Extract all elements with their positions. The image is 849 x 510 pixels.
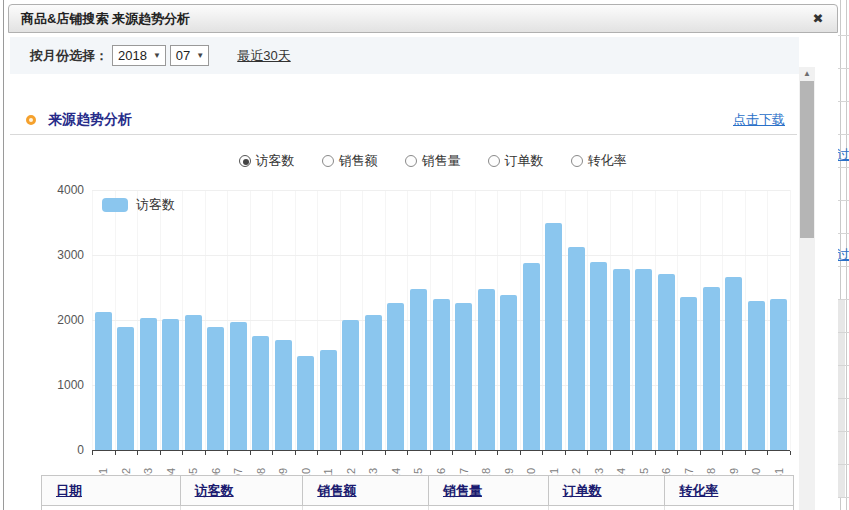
x-axis-tick (790, 451, 791, 455)
detail-table: 日期访客数销售额销售量订单数转化率 (41, 475, 794, 510)
metric-radio-label: 访客数 (256, 152, 295, 170)
vertical-scrollbar[interactable]: ▲ ▼ (799, 67, 815, 510)
x-axis-tick (452, 451, 453, 455)
download-link[interactable]: 点击下载 (733, 111, 785, 129)
trend-analysis-dialog: 商品&店铺搜索 来源趋势分析 ✖ 按月份选择： 2018 ▼ 07 ▼ 最近30… (8, 4, 838, 510)
metric-radio-1[interactable]: 访客数 (239, 152, 295, 170)
x-axis-tick (205, 451, 206, 455)
x-axis-tick (250, 451, 251, 455)
bullet-ring-icon (26, 115, 36, 125)
radio-icon[interactable] (488, 155, 500, 167)
x-axis-tick (115, 451, 116, 455)
y-axis-tick-label: 4000 (8, 183, 84, 197)
column-header-label: 销售量 (443, 482, 482, 500)
x-axis-tick (182, 451, 183, 455)
year-select-value: 2018 (118, 48, 147, 63)
x-axis-tick (92, 451, 93, 455)
x-axis-tick (295, 451, 296, 455)
chart-gridline (92, 190, 790, 191)
bar[interactable] (297, 356, 314, 450)
bar[interactable] (725, 277, 742, 450)
metric-radio-5[interactable]: 转化率 (571, 152, 627, 170)
dialog-titlebar[interactable]: 商品&店铺搜索 来源趋势分析 ✖ (8, 4, 838, 33)
radio-icon[interactable] (322, 155, 334, 167)
background-partial-link: 过 (837, 246, 849, 264)
bar[interactable] (770, 299, 787, 450)
bar[interactable] (387, 303, 404, 450)
bar[interactable] (95, 312, 112, 450)
x-axis-tick (542, 451, 543, 455)
scroll-up-icon[interactable]: ▲ (799, 67, 815, 81)
table-cell (429, 506, 549, 510)
column-header-5[interactable]: 订单数 (549, 476, 666, 505)
column-header-label: 销售额 (317, 482, 356, 500)
bar[interactable] (523, 263, 540, 450)
chart-gridline (790, 190, 791, 450)
bar[interactable] (748, 301, 765, 450)
bar[interactable] (275, 340, 292, 451)
bar[interactable] (613, 269, 630, 450)
x-axis-line (92, 450, 790, 451)
bar[interactable] (568, 247, 585, 450)
bar[interactable] (185, 315, 202, 450)
recent-30-days-link[interactable]: 最近30天 (237, 47, 290, 65)
bar[interactable] (342, 320, 359, 450)
x-axis-tick (272, 451, 273, 455)
column-header-1[interactable]: 日期 (42, 476, 181, 505)
bar[interactable] (410, 289, 427, 450)
table-cell (665, 506, 793, 510)
x-axis-tick (227, 451, 228, 455)
bar[interactable] (162, 319, 179, 450)
table-cell (303, 506, 429, 510)
column-header-2[interactable]: 访客数 (181, 476, 304, 505)
bar[interactable] (545, 223, 562, 451)
bar[interactable] (590, 262, 607, 450)
table-row (42, 505, 793, 510)
bar[interactable] (117, 327, 134, 450)
month-select[interactable]: 07 ▼ (170, 45, 209, 66)
x-axis-tick (160, 451, 161, 455)
bar[interactable] (658, 274, 675, 450)
section-title: 来源趋势分析 (48, 111, 132, 129)
column-header-6[interactable]: 转化率 (665, 476, 793, 505)
x-axis-tick (430, 451, 431, 455)
bar[interactable] (500, 295, 517, 450)
metric-radio-4[interactable]: 订单数 (488, 152, 544, 170)
column-header-label: 订单数 (563, 482, 602, 500)
bar[interactable] (433, 299, 450, 450)
x-axis-tick (407, 451, 408, 455)
year-select[interactable]: 2018 ▼ (112, 45, 166, 66)
bar[interactable] (140, 318, 157, 450)
column-header-3[interactable]: 销售额 (303, 476, 429, 505)
x-axis-tick (700, 451, 701, 455)
bar[interactable] (680, 297, 697, 450)
radio-icon[interactable] (405, 155, 417, 167)
metric-radio-2[interactable]: 销售额 (322, 152, 378, 170)
bar[interactable] (478, 289, 495, 450)
column-header-4[interactable]: 销售量 (429, 476, 549, 505)
bar[interactable] (455, 303, 472, 450)
x-axis-tick (587, 451, 588, 455)
month-select-toolbar: 按月份选择： 2018 ▼ 07 ▼ 最近30天 (10, 37, 799, 74)
bar[interactable] (320, 350, 337, 450)
y-axis-tick-label: 1000 (8, 378, 84, 392)
x-axis-tick (632, 451, 633, 455)
close-icon[interactable]: ✖ (809, 10, 827, 28)
bar[interactable] (635, 269, 652, 450)
bar[interactable] (207, 327, 224, 450)
radio-icon[interactable] (571, 155, 583, 167)
x-axis-tick (475, 451, 476, 455)
bar[interactable] (252, 336, 269, 450)
radio-selected-icon[interactable] (239, 155, 251, 167)
chevron-down-icon: ▼ (153, 51, 161, 60)
scrollbar-thumb[interactable] (800, 81, 814, 238)
chart-gridline (92, 255, 790, 256)
metric-radio-label: 销售量 (422, 152, 461, 170)
x-axis-tick (520, 451, 521, 455)
bar[interactable] (230, 322, 247, 450)
metric-radio-3[interactable]: 销售量 (405, 152, 461, 170)
x-axis-tick (677, 451, 678, 455)
bar[interactable] (365, 315, 382, 450)
bar[interactable] (703, 287, 720, 450)
chevron-down-icon: ▼ (196, 51, 204, 60)
